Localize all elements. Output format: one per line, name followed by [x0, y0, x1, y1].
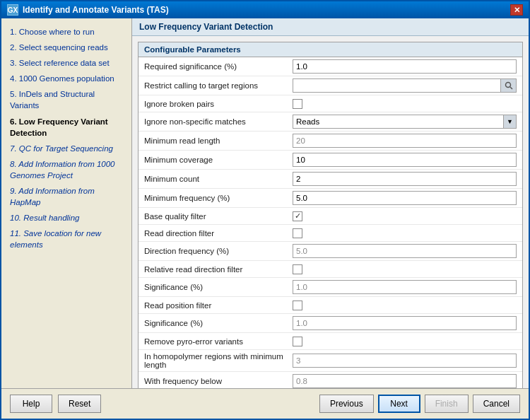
- param-row-13: Read position filter: [139, 297, 522, 314]
- bottom-bar: Help Reset Previous Next Finish Cancel: [1, 388, 529, 419]
- param-value-13: [293, 301, 517, 310]
- sidebar-item-add-1000genomes[interactable]: 8. Add Information from 1000 Genomes Pro…: [6, 156, 127, 183]
- param-row-2: Ignore broken pairs: [139, 95, 522, 112]
- title-bar-left: GX Identify and Annotate Variants (TAS): [7, 4, 169, 16]
- param-value-9: [293, 228, 517, 238]
- param-row-0: Required significance (%): [139, 57, 522, 76]
- param-value-11: [293, 264, 517, 274]
- param-value-3: ReadsNoneBoth strands▼: [293, 115, 517, 129]
- param-checkbox-11[interactable]: [293, 264, 302, 274]
- param-value-0: [293, 59, 517, 74]
- param-label-5: Minimum coverage: [144, 156, 293, 164]
- panel-header: Low Frequency Variant Detection: [132, 18, 529, 36]
- param-value-8: [293, 211, 517, 221]
- param-row-16: In homopolymer regions with minimum leng…: [139, 350, 522, 372]
- param-row-6: Minimum count: [139, 170, 522, 189]
- sidebar-item-low-freq[interactable]: 6. Low Frequency Variant Detection: [6, 114, 127, 141]
- param-value-17: [293, 374, 517, 388]
- param-value-6: [293, 172, 517, 186]
- param-label-17: With frequency below: [144, 377, 293, 385]
- param-value-5: [293, 153, 517, 167]
- param-value-4: [293, 134, 517, 148]
- content-area: 1. Choose where to run2. Select sequenci…: [1, 18, 529, 388]
- param-row-1: Restrict calling to target regions: [139, 76, 522, 95]
- param-input-10[interactable]: [293, 244, 517, 258]
- param-row-10: Direction frequency (%): [139, 242, 522, 261]
- svg-line-1: [510, 87, 512, 89]
- sidebar-item-qc-target[interactable]: 7. QC for Target Sequencing: [6, 141, 127, 156]
- param-input-12[interactable]: [293, 280, 517, 294]
- param-input-5[interactable]: [293, 153, 517, 167]
- param-row-3: Ignore non-specific matchesReadsNoneBoth…: [139, 112, 522, 132]
- main-window: GX Identify and Annotate Variants (TAS) …: [0, 0, 530, 420]
- param-value-2: [293, 99, 517, 109]
- finish-button[interactable]: Finish: [425, 395, 469, 413]
- sidebar-item-select-reads[interactable]: 2. Select sequencing reads: [6, 40, 127, 55]
- sidebar-item-add-hapmap[interactable]: 9. Add Information from HapMap: [6, 183, 127, 210]
- bottom-right-buttons: Previous Next Finish Cancel: [319, 395, 520, 413]
- sidebar-item-save-location[interactable]: 11. Save location for new elements: [6, 226, 127, 252]
- app-icon: GX: [7, 4, 18, 16]
- close-button[interactable]: ✕: [510, 4, 523, 16]
- group-title: Configurable Parameters: [139, 42, 522, 57]
- param-row-4: Minimum read length: [139, 132, 522, 151]
- param-input-14[interactable]: [293, 316, 517, 330]
- svg-point-0: [505, 83, 510, 88]
- sidebar-item-1000genomes[interactable]: 4. 1000 Genomes population: [6, 71, 127, 86]
- param-label-9: Read direction filter: [144, 229, 293, 238]
- folder-browse-button-1[interactable]: [501, 78, 517, 93]
- param-row-17: With frequency below: [139, 372, 522, 388]
- param-checkbox-13[interactable]: [293, 301, 302, 310]
- param-row-9: Read direction filter: [139, 225, 522, 242]
- param-label-8: Base quality filter: [144, 212, 293, 221]
- sidebar-item-indels[interactable]: 5. InDels and Structural Variants: [6, 86, 127, 113]
- param-row-8: Base quality filter: [139, 208, 522, 225]
- sidebar-item-select-reference[interactable]: 3. Select reference data set: [6, 55, 127, 71]
- param-label-6: Minimum count: [144, 175, 293, 183]
- help-button[interactable]: Help: [10, 395, 52, 413]
- param-value-15: [293, 337, 517, 346]
- param-input-1[interactable]: [293, 78, 501, 93]
- cancel-button[interactable]: Cancel: [473, 395, 520, 413]
- param-row-15: Remove pyro-error variants: [139, 333, 522, 350]
- input-btn-wrap-1: [293, 78, 517, 93]
- param-input-6[interactable]: [293, 172, 517, 186]
- param-value-10: [293, 244, 517, 258]
- select-arrow-icon-3: ▼: [504, 115, 517, 129]
- param-checkbox-15[interactable]: [293, 337, 302, 346]
- param-checkbox-2[interactable]: [293, 99, 302, 109]
- param-label-2: Ignore broken pairs: [144, 100, 293, 108]
- panel-content: Configurable Parameters Required signifi…: [132, 36, 529, 388]
- param-label-4: Minimum read length: [144, 136, 293, 145]
- previous-button[interactable]: Previous: [319, 395, 374, 413]
- param-row-5: Minimum coverage: [139, 151, 522, 170]
- param-label-1: Restrict calling to target regions: [144, 81, 293, 90]
- bottom-left-buttons: Help Reset: [10, 395, 101, 413]
- reset-button[interactable]: Reset: [58, 395, 101, 413]
- param-input-7[interactable]: [293, 191, 517, 205]
- param-checkbox-9[interactable]: [293, 228, 302, 238]
- sidebar-item-result-handling[interactable]: 10. Result handling: [6, 210, 127, 226]
- param-input-16[interactable]: [293, 354, 517, 368]
- next-button[interactable]: Next: [378, 395, 420, 413]
- sidebar-item-choose-where[interactable]: 1. Choose where to run: [6, 24, 127, 40]
- param-input-0[interactable]: [293, 59, 517, 74]
- param-value-12: [293, 280, 517, 294]
- param-label-15: Remove pyro-error variants: [144, 337, 293, 346]
- param-row-11: Relative read direction filter: [139, 261, 522, 278]
- param-label-10: Direction frequency (%): [144, 247, 293, 255]
- param-checkbox-8[interactable]: [293, 211, 302, 221]
- param-label-11: Relative read direction filter: [144, 265, 293, 274]
- param-row-14: Significance (%): [139, 314, 522, 333]
- param-label-12: Significance (%): [144, 283, 293, 291]
- param-input-17[interactable]: [293, 374, 517, 388]
- param-label-3: Ignore non-specific matches: [144, 117, 293, 126]
- param-value-14: [293, 316, 517, 330]
- param-row-12: Significance (%): [139, 278, 522, 297]
- select-wrap-3: ReadsNoneBoth strands▼: [293, 115, 517, 129]
- param-select-3[interactable]: ReadsNoneBoth strands: [293, 115, 504, 129]
- param-input-4[interactable]: [293, 134, 517, 148]
- param-label-16: In homopolymer regions with minimum leng…: [144, 352, 293, 369]
- param-label-0: Required significance (%): [144, 62, 293, 71]
- window-title: Identify and Annotate Variants (TAS): [23, 5, 169, 15]
